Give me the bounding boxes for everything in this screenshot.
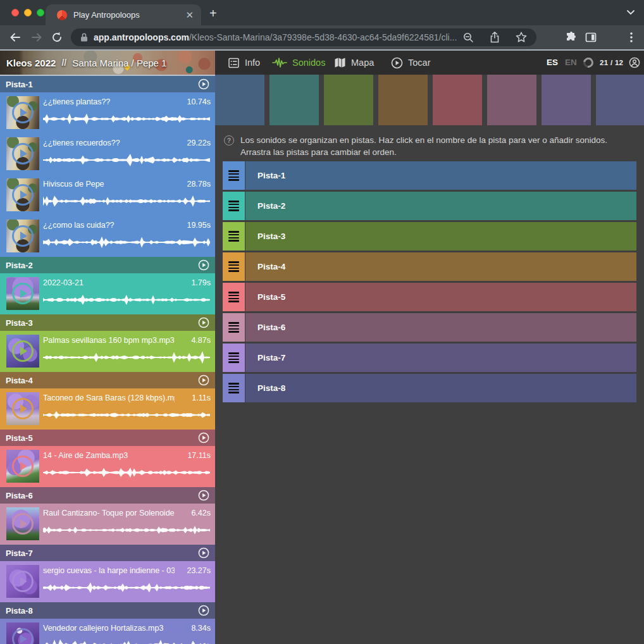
track-color-strip — [215, 75, 644, 125]
language-en-button[interactable]: EN — [565, 58, 577, 67]
sidebar-track-header[interactable]: Pista-8 — [0, 602, 215, 619]
clip-play-icon[interactable] — [12, 225, 34, 247]
tab-search-chevron-icon[interactable] — [626, 9, 635, 16]
forward-icon[interactable] — [30, 31, 43, 44]
track-name-bar[interactable]: Pista-2 — [245, 192, 636, 220]
drag-handle[interactable] — [223, 252, 245, 281]
clip-play-icon[interactable] — [12, 398, 34, 419]
sidebar-track-header[interactable]: Pista-6 — [0, 487, 215, 504]
clip[interactable]: Hiviscus de Pepe28.78s — [0, 175, 215, 216]
drag-handle[interactable] — [223, 283, 245, 311]
sidebar-track-header[interactable]: Pista-4 — [0, 372, 215, 388]
extensions-puzzle-icon[interactable] — [565, 31, 578, 44]
window-minimize-icon[interactable] — [24, 9, 32, 16]
sidebar-track-header[interactable]: Pista-1 — [0, 76, 215, 92]
clip[interactable]: Taconeo de Sara Baras (128 kbps).mp31.11… — [0, 388, 215, 430]
back-icon[interactable] — [9, 31, 22, 44]
track-name: Pista-5 — [6, 433, 198, 443]
track-color-swatch[interactable] — [215, 75, 264, 125]
track-row: Pista-3 — [223, 222, 636, 251]
clip[interactable]: ¿¿como las cuida??19.95s — [0, 216, 215, 257]
track-color-swatch[interactable] — [596, 75, 644, 125]
clip[interactable]: sergio cuevas - la harpe indienne - 03 -… — [0, 561, 215, 602]
bookmark-star-icon[interactable] — [515, 31, 528, 44]
drag-handle[interactable] — [223, 192, 245, 220]
share-icon[interactable] — [488, 31, 501, 44]
track-name-bar[interactable]: Pista-7 — [245, 344, 636, 372]
clip-play-icon[interactable] — [12, 340, 34, 362]
clip[interactable]: 2022-03-211.79s — [0, 273, 215, 314]
clip[interactable]: Palmas sevillanas 160 bpm mp3.mp34.87s — [0, 331, 215, 372]
clip-play-icon[interactable] — [12, 283, 34, 304]
tab-mapa[interactable]: Mapa — [334, 51, 374, 75]
track-play-icon[interactable] — [198, 490, 209, 501]
clip-play-icon[interactable] — [12, 184, 34, 206]
sidebar-track-header[interactable]: Pista-3 — [0, 314, 215, 331]
track-play-icon[interactable] — [198, 259, 209, 271]
track-name-bar[interactable]: Pista-1 — [245, 161, 636, 190]
breadcrumb-separator: // — [61, 58, 66, 68]
clip-play-icon[interactable] — [12, 513, 34, 535]
clip[interactable]: ¿¿tienes recuerdos??29.22s — [0, 133, 215, 175]
account-icon[interactable] — [629, 57, 640, 68]
track-play-icon[interactable] — [198, 78, 209, 90]
drag-handle[interactable] — [223, 313, 245, 342]
track-play-icon[interactable] — [198, 432, 209, 443]
drag-handle-icon — [228, 321, 239, 334]
track-color-swatch[interactable] — [433, 75, 482, 125]
sidebar-track-section: Pista-1¿¿tienes plantas??10.74s¿¿tienes … — [0, 76, 215, 257]
waveform-graphic — [43, 406, 210, 424]
track-color-swatch[interactable] — [324, 75, 373, 125]
clip[interactable]: Raul Cantizano- Toque por Solenoide.mp36… — [0, 504, 215, 545]
browser-tab[interactable]: Play Antropoloops ✕ — [46, 4, 201, 25]
language-es-button[interactable]: ES — [547, 58, 558, 67]
drag-handle[interactable] — [223, 374, 245, 402]
track-name-bar[interactable]: Pista-5 — [245, 283, 636, 311]
loader-ring-icon — [581, 56, 595, 70]
tab-tocar[interactable]: Tocar — [391, 51, 430, 75]
side-panel-icon[interactable] — [585, 31, 597, 44]
track-name-bar[interactable]: Pista-4 — [245, 252, 636, 281]
drag-handle[interactable] — [223, 344, 245, 372]
drag-handle-icon — [228, 199, 239, 213]
track-play-icon[interactable] — [198, 375, 209, 386]
window-zoom-icon[interactable] — [37, 9, 44, 16]
drag-handle[interactable] — [223, 161, 245, 190]
tracks-sidebar: Pista-1¿¿tienes plantas??10.74s¿¿tienes … — [0, 75, 215, 644]
track-name-bar[interactable]: Pista-6 — [245, 313, 636, 342]
track-name-bar[interactable]: Pista-8 — [245, 374, 636, 402]
address-bar[interactable]: app.antropoloops.com/Kleos-Santa-Marina/… — [71, 28, 536, 46]
clip-play-icon[interactable] — [12, 571, 34, 592]
menu-dots-icon[interactable] — [629, 31, 633, 44]
sidebar-track-header[interactable]: Pista-7 — [0, 545, 215, 561]
track-color-swatch[interactable] — [269, 75, 319, 125]
tab-info[interactable]: Info — [228, 51, 260, 75]
drag-handle-icon — [228, 290, 239, 304]
clip-title: ¿¿tienes plantas?? — [43, 97, 175, 106]
sidebar-track-header[interactable]: Pista-2 — [0, 257, 215, 273]
clip-play-icon[interactable] — [12, 143, 34, 164]
track-play-icon[interactable] — [198, 605, 209, 616]
clip[interactable]: 14 - Aire de Zamba.mp317.11s — [0, 446, 215, 487]
clip-play-icon[interactable] — [12, 102, 34, 123]
track-color-swatch[interactable] — [378, 75, 428, 125]
clip-play-icon[interactable] — [12, 455, 34, 477]
clip[interactable]: Vendedor callejero Hortalizas.mp38.34s — [0, 619, 215, 644]
clip-duration: 17.11s — [187, 451, 211, 460]
sidebar-track-header[interactable]: Pista-5 — [0, 430, 215, 446]
new-tab-icon[interactable]: + — [209, 8, 217, 19]
clip[interactable]: ¿¿tienes plantas??10.74s — [0, 92, 215, 133]
track-play-icon[interactable] — [198, 317, 209, 328]
track-play-icon[interactable] — [198, 547, 209, 559]
tab-close-icon[interactable]: ✕ — [185, 9, 194, 21]
window-close-icon[interactable] — [11, 9, 19, 16]
track-name-bar[interactable]: Pista-3 — [245, 222, 636, 251]
breadcrumb[interactable]: Kleos 2022 // Santa Marina / Pepe 1 — [6, 51, 166, 75]
tab-sonidos[interactable]: Sonidos — [272, 51, 325, 75]
track-color-swatch[interactable] — [542, 75, 591, 125]
reload-icon[interactable] — [51, 31, 63, 44]
drag-handle[interactable] — [223, 222, 245, 251]
zoom-out-icon[interactable] — [462, 31, 474, 44]
track-name: Pista-2 — [6, 261, 198, 270]
track-color-swatch[interactable] — [487, 75, 536, 125]
